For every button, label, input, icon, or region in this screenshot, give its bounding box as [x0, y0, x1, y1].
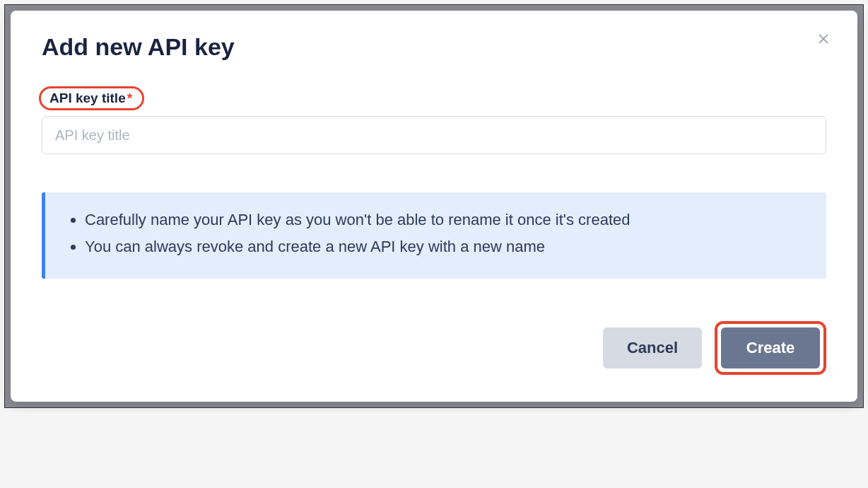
info-callout: Carefully name your API key as you won't… — [42, 192, 826, 279]
modal-title: Add new API key — [42, 33, 826, 61]
api-key-title-field-group: API key title* — [42, 86, 826, 154]
field-label-highlight: API key title* — [39, 86, 144, 110]
cancel-button[interactable]: Cancel — [603, 327, 702, 368]
info-list-item: You can always revoke and create a new A… — [85, 235, 807, 259]
close-button[interactable] — [814, 29, 833, 49]
add-api-key-modal: Add new API key API key title* Carefully… — [11, 11, 857, 402]
api-key-title-input[interactable] — [42, 116, 826, 154]
modal-actions: Cancel Create — [42, 321, 826, 375]
create-button[interactable]: Create — [721, 327, 820, 368]
required-indicator: * — [127, 91, 132, 105]
modal-backdrop: Add new API key API key title* Carefully… — [4, 4, 864, 408]
field-label: API key title — [49, 91, 126, 105]
create-button-highlight: Create — [715, 321, 826, 375]
info-list: Carefully name your API key as you won't… — [69, 208, 807, 259]
info-list-item: Carefully name your API key as you won't… — [85, 208, 807, 232]
close-icon — [816, 32, 831, 46]
